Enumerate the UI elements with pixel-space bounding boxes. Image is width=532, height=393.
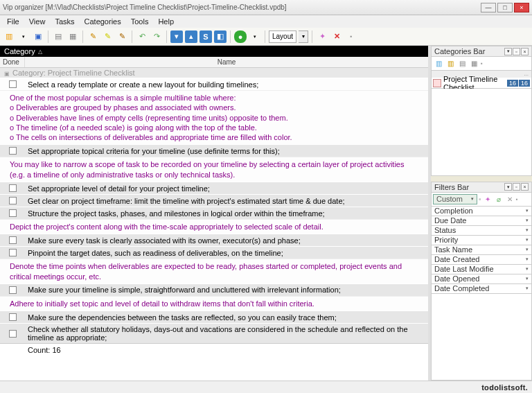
new-icon[interactable]: ▥ <box>3 30 15 43</box>
collapse-icon[interactable]: ▣ <box>4 71 10 77</box>
panel-pin-icon[interactable]: ▫ <box>513 183 520 191</box>
task-row[interactable]: Select a ready template or create a new … <box>0 78 428 90</box>
right-panel: Categories Bar ▾ ▫ × ▥ ▥ ▤ ▦ ▪ ... Proje… <box>431 46 532 381</box>
up-icon[interactable]: ▴ <box>185 30 197 43</box>
note-row: Depict the project's content along with … <box>0 219 428 234</box>
checkbox[interactable] <box>9 236 17 244</box>
task-row[interactable]: Make sure your timeline is simple, strai… <box>0 283 428 296</box>
edit-icon[interactable]: ✎ <box>87 30 99 43</box>
down-icon[interactable]: ▾ <box>170 30 183 43</box>
checkbox[interactable] <box>9 184 17 192</box>
pin-icon[interactable]: ✎ <box>116 30 128 43</box>
column-name[interactable]: Name <box>25 57 428 67</box>
globe-icon[interactable]: ● <box>234 30 247 43</box>
task-text: Set appropriate topical criteria for you… <box>25 146 428 157</box>
cat-tool1-icon[interactable]: ▥ <box>434 59 443 69</box>
custom-dropdown[interactable]: Custom▾ <box>433 194 477 204</box>
separator <box>265 30 265 43</box>
separator <box>48 30 48 43</box>
window-titlebar: Vip organizer [M:\Vlad\Checklists\Projec… <box>0 0 532 15</box>
s-icon[interactable]: S <box>200 30 212 43</box>
new-dd-icon[interactable]: ▾ <box>17 30 30 43</box>
column-done[interactable]: Done <box>0 57 25 67</box>
doc1-icon[interactable]: ▤ <box>52 30 64 43</box>
task-row[interactable]: Set appropriate level of detail for your… <box>0 182 428 194</box>
task-row[interactable]: Set appropriate topical criteria for you… <box>0 144 428 157</box>
grid-body[interactable]: ▣Category: Project Timeline Checklist Se… <box>0 68 428 381</box>
filters-tools: Custom▾ ▪ ✦ ⌀ ✕ ▪ <box>431 193 532 207</box>
grid-footer: Count: 16 <box>0 343 428 356</box>
save-icon[interactable]: ▣ <box>32 30 44 43</box>
layout-label: Layout <box>269 30 296 43</box>
note-row: Denote the time points when deliverables… <box>0 259 428 283</box>
filter-priority[interactable]: Priority▾ <box>431 236 532 245</box>
filter-datemodified[interactable]: Date Last Modifie▾ <box>431 265 532 274</box>
filter-clear-icon[interactable]: ✕ <box>505 194 515 204</box>
cat-tool2-icon[interactable]: ▥ <box>445 59 455 69</box>
task-text: Make sure your timeline is simple, strai… <box>25 284 428 295</box>
delete-icon[interactable]: ✕ <box>330 30 343 43</box>
menu-tools[interactable]: Tools <box>127 17 153 26</box>
separator <box>230 30 231 43</box>
checkbox[interactable] <box>9 197 17 204</box>
more-icon[interactable]: ▪ <box>345 30 357 43</box>
checkbox[interactable] <box>9 249 17 256</box>
sort-asc-icon: △ <box>38 49 42 55</box>
filter-completion[interactable]: Completion▾ <box>431 207 532 216</box>
task-text: Pinpoint the target dates, such as readi… <box>25 247 428 259</box>
layout-dropdown[interactable]: ▾ <box>299 30 308 43</box>
q-icon[interactable]: ◧ <box>214 30 227 43</box>
panel-close-icon[interactable]: × <box>521 48 529 55</box>
menu-file[interactable]: File <box>3 17 24 26</box>
menu-view[interactable]: View <box>25 17 50 26</box>
task-row[interactable]: Make sure the dependencies between the t… <box>0 311 428 323</box>
checkbox[interactable] <box>9 209 17 217</box>
filter-datecreated[interactable]: Date Created▾ <box>431 255 532 265</box>
cat-tool4-icon[interactable]: ▦ <box>469 59 479 69</box>
menu-categories[interactable]: Categories <box>80 17 125 26</box>
checkbox[interactable] <box>9 313 17 321</box>
brand-text: todolistsoft. <box>481 383 528 392</box>
filter-taskname[interactable]: Task Name▾ <box>431 245 532 255</box>
group-row[interactable]: ▣Category: Project Timeline Checklist <box>0 68 428 78</box>
checkbox[interactable] <box>9 147 17 155</box>
filter-datecompleted[interactable]: Date Completed▾ <box>431 284 532 294</box>
doc2-icon[interactable]: ▦ <box>66 30 79 43</box>
undo-icon[interactable]: ↶ <box>136 30 148 43</box>
cat-tool3-icon[interactable]: ▤ <box>457 59 467 69</box>
checkbox[interactable] <box>9 286 17 294</box>
minimize-button[interactable]: — <box>481 3 496 12</box>
filter-wand-icon[interactable]: ✦ <box>483 194 493 204</box>
checkbox[interactable] <box>9 330 17 338</box>
wand-icon[interactable]: ✦ <box>316 30 328 43</box>
menu-bar: File View Tasks Categories Tools Help <box>0 15 532 28</box>
menu-tasks[interactable]: Tasks <box>51 17 78 26</box>
redo-icon[interactable]: ↷ <box>150 30 163 43</box>
filter-duedate[interactable]: Due Date▾ <box>431 216 532 226</box>
panel-menu-icon[interactable]: ▾ <box>504 48 512 55</box>
task-row[interactable]: Check whether all statutory holidays, da… <box>0 323 428 343</box>
menu-help[interactable]: Help <box>154 17 178 26</box>
task-text: Check whether all statutory holidays, da… <box>25 324 428 343</box>
task-row[interactable]: Pinpoint the target dates, such as readi… <box>0 246 428 259</box>
task-text: Make sure every task is clearly associat… <box>25 235 428 246</box>
category-tab[interactable]: Category △ <box>0 46 428 57</box>
checkbox[interactable] <box>9 80 17 88</box>
highlight-icon[interactable]: ✎ <box>101 30 114 43</box>
panel-close-icon[interactable]: × <box>521 183 529 191</box>
filter-status[interactable]: Status▾ <box>431 226 532 236</box>
note-row: One of the most popular schemas is a sim… <box>0 90 428 144</box>
filter-check-icon[interactable]: ⌀ <box>494 194 504 204</box>
note-row: You may like to narrow a scope of task t… <box>0 157 428 182</box>
filter-dateopened[interactable]: Date Opened▾ <box>431 274 532 284</box>
separator: ▪ <box>479 195 481 203</box>
close-button[interactable]: × <box>514 3 529 12</box>
task-row[interactable]: Structure the project tasks, phases, and… <box>0 207 428 219</box>
task-row[interactable]: Make sure every task is clearly associat… <box>0 234 428 246</box>
globe-dd-icon[interactable]: ▾ <box>249 30 261 43</box>
panel-menu-icon[interactable]: ▾ <box>504 183 512 191</box>
panel-pin-icon[interactable]: ▫ <box>513 48 520 55</box>
maximize-button[interactable]: □ <box>497 3 513 12</box>
task-row[interactable]: Get clear on project timeframe: limit th… <box>0 194 428 207</box>
category-item[interactable]: Project Timeline Checklist 16 16 <box>431 78 532 89</box>
